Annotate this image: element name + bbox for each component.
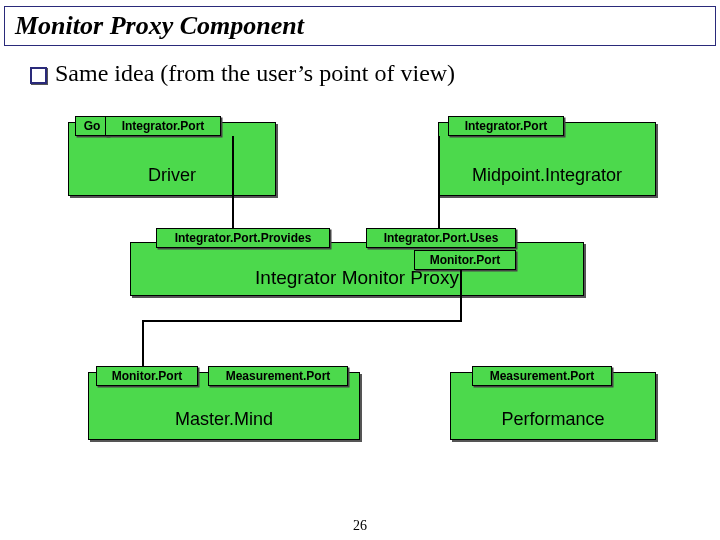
port-proxy-provides: Integrator.Port.Provides: [156, 228, 330, 248]
bullet-checkbox-icon: [30, 67, 47, 84]
comp-proxy-label: Integrator Monitor Proxy: [131, 267, 583, 289]
connector: [142, 320, 144, 366]
connector: [232, 136, 234, 228]
connector: [142, 320, 462, 322]
port-driver-integrator: Integrator.Port: [105, 116, 221, 136]
port-proxy-monitor: Monitor.Port: [414, 250, 516, 270]
port-driver-go: Go: [75, 116, 109, 136]
comp-midpoint-label: Midpoint.Integrator: [439, 165, 655, 186]
subtitle-text: Same idea (from the user’s point of view…: [55, 60, 455, 86]
page-title: Monitor Proxy Component: [4, 6, 716, 46]
connector: [460, 270, 462, 320]
page-number: 26: [0, 518, 720, 534]
port-midpoint-integrator: Integrator.Port: [448, 116, 564, 136]
comp-performance-label: Performance: [451, 409, 655, 430]
comp-driver-label: Driver: [69, 165, 275, 186]
comp-mastermind-label: Master.Mind: [89, 409, 359, 430]
port-proxy-uses: Integrator.Port.Uses: [366, 228, 516, 248]
port-mastermind-measure: Measurement.Port: [208, 366, 348, 386]
diagram-stage: Driver Go Integrator.Port Midpoint.Integ…: [0, 110, 720, 490]
port-performance-measure: Measurement.Port: [472, 366, 612, 386]
subtitle-line: Same idea (from the user’s point of view…: [30, 60, 720, 87]
connector: [438, 136, 440, 228]
port-mastermind-monitor: Monitor.Port: [96, 366, 198, 386]
